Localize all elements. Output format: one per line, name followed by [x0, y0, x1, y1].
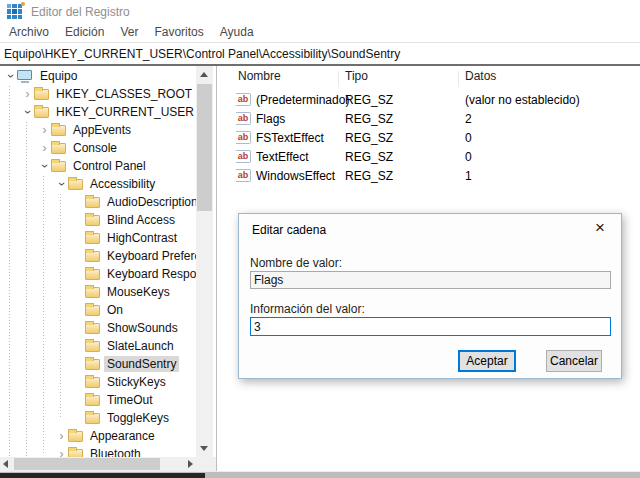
- folder-icon: [68, 431, 83, 442]
- value-type: REG_SZ: [345, 150, 393, 164]
- vertical-scroll-thumb[interactable]: [197, 84, 212, 211]
- chevron-down-icon[interactable]: ›: [22, 106, 34, 119]
- accept-button[interactable]: Aceptar: [458, 350, 516, 372]
- chevron-right-icon[interactable]: ›: [38, 124, 51, 136]
- chevron-right-icon[interactable]: ›: [55, 430, 68, 442]
- value-data: 2: [465, 112, 472, 126]
- string-value-icon: ab: [236, 112, 251, 125]
- tree-item-accessibility[interactable]: ›Accessibility: [0, 175, 196, 193]
- scrollbar-corner: [196, 457, 217, 471]
- folder-icon: [85, 413, 100, 424]
- column-separator[interactable]: [338, 71, 339, 87]
- folder-icon: [85, 305, 100, 316]
- tree-item-audiodescription[interactable]: AudioDescription: [0, 193, 196, 211]
- folder-icon: [85, 197, 100, 208]
- column-separator[interactable]: [458, 71, 459, 87]
- chevron-down-icon[interactable]: ›: [56, 178, 68, 191]
- value-row-texteffect[interactable]: abTextEffectREG_SZ0: [222, 147, 640, 166]
- tree-item-appearance[interactable]: ›Appearance: [0, 427, 196, 445]
- value-data: 1: [465, 169, 472, 183]
- string-value-icon: ab: [236, 169, 251, 182]
- tree-horizontal-scrollbar[interactable]: [0, 457, 196, 471]
- tree-item-label: HKEY_CLASSES_ROOT: [53, 86, 195, 102]
- computer-icon: [17, 70, 34, 83]
- tree-item-mousekeys[interactable]: MouseKeys: [0, 283, 196, 301]
- string-value-icon: ab: [236, 93, 251, 106]
- value-row--predeterminado-[interactable]: ab(Predeterminado)REG_SZ(valor no establ…: [222, 90, 640, 109]
- tree-item-stickykeys[interactable]: StickyKeys: [0, 373, 196, 391]
- bottom-dark-segment: [0, 473, 205, 478]
- folder-icon: [51, 125, 66, 136]
- tree-item-blind-access[interactable]: Blind Access: [0, 211, 196, 229]
- value-name-input[interactable]: [250, 271, 611, 289]
- tree-item-hkey-classes-root[interactable]: ›HKEY_CLASSES_ROOT: [0, 85, 196, 103]
- tree-item-label: Console: [70, 140, 120, 156]
- scroll-left-arrow-icon[interactable]: [3, 460, 8, 468]
- edit-string-dialog: Editar cadena × Nombre de valor: Informa…: [238, 213, 622, 379]
- chevron-down-icon[interactable]: ›: [39, 160, 51, 173]
- tree-item-slatelaunch[interactable]: SlateLaunch: [0, 337, 196, 355]
- menu-item-favoritos[interactable]: Favoritos: [146, 22, 211, 42]
- close-icon[interactable]: ×: [589, 217, 611, 239]
- tree-item-hkey-current-user[interactable]: ›HKEY_CURRENT_USER: [0, 103, 196, 121]
- tree-item-label: ToggleKeys: [104, 410, 172, 426]
- menu-item-edici-n[interactable]: Edición: [57, 22, 112, 42]
- value-row-fstexteffect[interactable]: abFSTextEffectREG_SZ0: [222, 128, 640, 147]
- tree-item-label: On: [104, 302, 126, 318]
- horizontal-scroll-thumb[interactable]: [14, 458, 160, 470]
- tree-item-label: Keyboard Prefere: [104, 248, 204, 264]
- menu-item-ver[interactable]: Ver: [112, 22, 146, 42]
- tree-item-appevents[interactable]: ›AppEvents: [0, 121, 196, 139]
- value-type: REG_SZ: [345, 93, 393, 107]
- tree-item-label: Control Panel: [70, 158, 149, 174]
- tree-item-keyboard-respon[interactable]: Keyboard Respon: [0, 265, 196, 283]
- chevron-right-icon[interactable]: ›: [38, 142, 51, 154]
- tree-item-soundsentry[interactable]: SoundSentry: [0, 355, 196, 373]
- column-header-type[interactable]: Tipo: [345, 69, 368, 83]
- value-row-flags[interactable]: abFlagsREG_SZ2: [222, 109, 640, 128]
- chevron-down-icon[interactable]: ›: [5, 70, 17, 83]
- tree-item-highcontrast[interactable]: HighContrast: [0, 229, 196, 247]
- tree-item-label: HKEY_CURRENT_USER: [53, 104, 197, 120]
- tree-item-togglekeys[interactable]: ToggleKeys: [0, 409, 196, 427]
- tree-item-console[interactable]: ›Console: [0, 139, 196, 157]
- folder-icon: [85, 323, 100, 334]
- tree-item-equipo[interactable]: ›Equipo: [0, 67, 196, 85]
- tree-item-keyboard-prefere[interactable]: Keyboard Prefere: [0, 247, 196, 265]
- tree-item-label: AppEvents: [70, 122, 134, 138]
- menu-item-ayuda[interactable]: Ayuda: [212, 22, 262, 42]
- scroll-up-arrow-icon[interactable]: [200, 72, 208, 77]
- string-value-icon: ab: [236, 131, 251, 144]
- tree-item-label: Appearance: [87, 428, 158, 444]
- folder-icon: [85, 269, 100, 280]
- value-name: (Predeterminado): [256, 93, 349, 107]
- column-header-data[interactable]: Datos: [465, 69, 496, 83]
- folder-icon: [85, 233, 100, 244]
- cancel-button[interactable]: Cancelar: [546, 350, 602, 372]
- value-name: FSTextEffect: [256, 131, 324, 145]
- menu-item-archivo[interactable]: Archivo: [1, 22, 57, 42]
- value-row-windowseffect[interactable]: abWindowsEffectREG_SZ1: [222, 166, 640, 185]
- tree-vertical-scrollbar[interactable]: [196, 66, 213, 457]
- tree-item-on[interactable]: On: [0, 301, 196, 319]
- menu-bar: ArchivoEdiciónVerFavoritosAyuda: [0, 22, 640, 43]
- tree-item-timeout[interactable]: TimeOut: [0, 391, 196, 409]
- tree-item-showsounds[interactable]: ShowSounds: [0, 319, 196, 337]
- value-data-label: Información del valor:: [250, 302, 365, 316]
- values-header: Nombre Tipo Datos: [222, 69, 640, 87]
- tree-item-control-panel[interactable]: ›Control Panel: [0, 157, 196, 175]
- value-data-input[interactable]: [250, 317, 611, 336]
- value-name: WindowsEffect: [256, 169, 335, 183]
- scroll-right-arrow-icon[interactable]: [188, 460, 193, 468]
- column-header-name[interactable]: Nombre: [238, 69, 281, 83]
- tree-item-label: StickyKeys: [104, 374, 169, 390]
- value-type: REG_SZ: [345, 169, 393, 183]
- folder-icon: [34, 107, 49, 118]
- dialog-title: Editar cadena: [252, 223, 326, 237]
- tree-item-label: TimeOut: [104, 392, 156, 408]
- scroll-down-arrow-icon[interactable]: [200, 446, 208, 451]
- tree-item-label: AudioDescription: [104, 194, 201, 210]
- tree-item-label: Equipo: [37, 68, 80, 84]
- chevron-right-icon[interactable]: ›: [21, 88, 34, 100]
- address-bar[interactable]: Equipo\HKEY_CURRENT_USER\Control Panel\A…: [0, 44, 640, 66]
